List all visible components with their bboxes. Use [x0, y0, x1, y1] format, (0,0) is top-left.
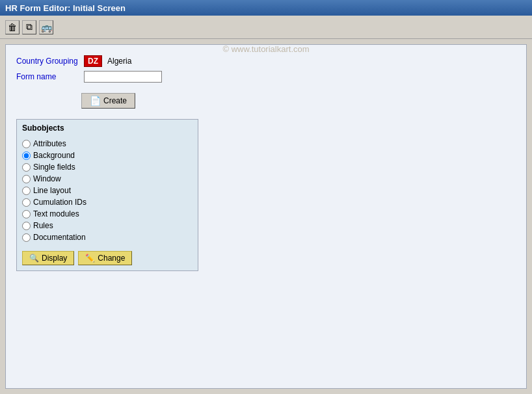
- create-icon: 📄: [90, 96, 101, 106]
- radio-item-text-modules: Text modules: [20, 208, 195, 220]
- radio-item-documentation: Documentation: [20, 231, 195, 243]
- radio-item-attributes: Attributes: [20, 138, 195, 150]
- country-name: Algeria: [107, 57, 131, 66]
- radio-label-background[interactable]: Background: [33, 151, 75, 160]
- radio-item-line-layout: Line layout: [20, 185, 195, 196]
- radio-documentation[interactable]: [22, 233, 31, 242]
- display-button[interactable]: 🔍 Display: [22, 251, 74, 265]
- radio-attributes[interactable]: [22, 140, 31, 148]
- radio-line-layout[interactable]: [22, 187, 31, 195]
- copy-button[interactable]: ⧉: [22, 20, 36, 34]
- country-code[interactable]: DZ: [84, 55, 102, 67]
- create-button-row: 📄 Create: [16, 93, 516, 109]
- create-label: Create: [103, 96, 127, 105]
- transport-button[interactable]: 🚌: [39, 20, 53, 34]
- watermark: © www.tutorialkart.com: [222, 44, 309, 54]
- create-button[interactable]: 📄 Create: [81, 93, 135, 109]
- radio-single-fields[interactable]: [22, 163, 31, 172]
- title-text: HR Form Editor: Initial Screen: [5, 3, 126, 13]
- radio-background[interactable]: [22, 151, 31, 160]
- radio-window[interactable]: [22, 175, 31, 183]
- subobjects-title: Subobjects: [20, 122, 195, 134]
- radio-item-rules: Rules: [20, 220, 195, 231]
- change-icon: ✏️: [85, 254, 95, 263]
- radio-item-background: Background: [20, 150, 195, 161]
- radio-label-rules[interactable]: Rules: [33, 221, 53, 230]
- toolbar: 🗑 ⧉ 🚌 © www.tutorialkart.com: [0, 16, 532, 39]
- subobjects-list: AttributesBackgroundSingle fieldsWindowL…: [20, 138, 195, 243]
- form-name-row: Form name: [16, 71, 516, 83]
- display-label: Display: [42, 254, 67, 263]
- radio-cumulation-ids[interactable]: [22, 198, 31, 207]
- radio-item-single-fields: Single fields: [20, 161, 195, 173]
- country-grouping-row: Country Grouping DZ Algeria: [16, 55, 516, 67]
- radio-label-line-layout[interactable]: Line layout: [33, 186, 71, 195]
- radio-label-cumulation-ids[interactable]: Cumulation IDs: [33, 198, 86, 207]
- radio-label-attributes[interactable]: Attributes: [33, 139, 66, 148]
- radio-item-cumulation-ids: Cumulation IDs: [20, 196, 195, 208]
- delete-button[interactable]: 🗑: [5, 20, 20, 34]
- main-content: Country Grouping DZ Algeria Form name 📄 …: [5, 44, 527, 389]
- radio-label-documentation[interactable]: Documentation: [33, 233, 86, 242]
- form-section: Country Grouping DZ Algeria Form name: [16, 55, 516, 83]
- change-label: Change: [98, 254, 125, 263]
- radio-item-window: Window: [20, 173, 195, 185]
- display-icon: 🔍: [29, 254, 39, 263]
- radio-label-single-fields[interactable]: Single fields: [33, 163, 75, 172]
- title-bar: HR Form Editor: Initial Screen: [0, 0, 532, 16]
- subobjects-panel: Subobjects AttributesBackgroundSingle fi…: [16, 119, 198, 271]
- subobjects-footer: 🔍 Display ✏️ Change: [20, 248, 195, 268]
- radio-rules[interactable]: [22, 222, 31, 230]
- radio-label-text-modules[interactable]: Text modules: [33, 209, 79, 218]
- change-button[interactable]: ✏️ Change: [78, 251, 132, 265]
- country-grouping-label[interactable]: Country Grouping: [16, 57, 81, 66]
- form-name-label[interactable]: Form name: [16, 72, 81, 81]
- radio-label-window[interactable]: Window: [33, 174, 61, 183]
- form-name-input[interactable]: [84, 71, 162, 83]
- radio-text-modules[interactable]: [22, 210, 31, 218]
